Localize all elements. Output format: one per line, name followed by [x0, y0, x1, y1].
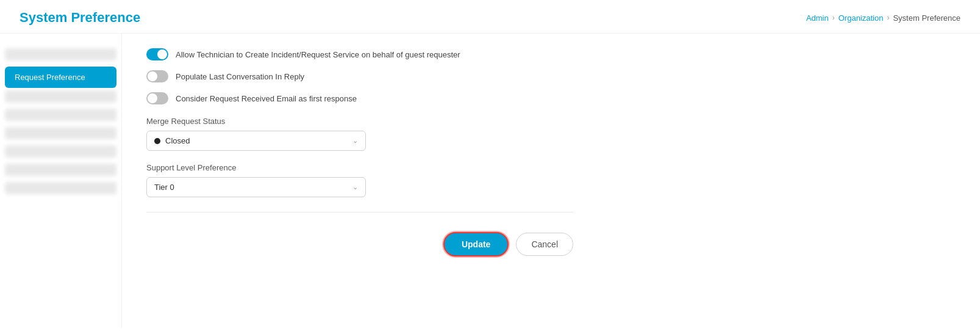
toggle-label-populate-last: Populate Last Conversation In Reply	[176, 72, 304, 81]
sidebar-item-blurred-3	[5, 109, 116, 121]
toggle-label-consider-request: Consider Request Received Email as first…	[176, 94, 357, 103]
toggle-row-populate-last: Populate Last Conversation In Reply	[146, 70, 573, 82]
breadcrumb-sep-2: ›	[887, 13, 889, 22]
sidebar-item-blurred-6	[5, 164, 116, 176]
sidebar-item-blurred-1	[5, 48, 116, 60]
support-level-select[interactable]: Tier 0 ⌄	[146, 177, 366, 197]
toggle-populate-last[interactable]	[146, 70, 168, 82]
sidebar-item-blurred-7	[5, 182, 116, 194]
toggle-consider-request[interactable]	[146, 92, 168, 104]
page-title: System Preference	[20, 10, 140, 26]
toggle-slider-allow-technician	[146, 48, 168, 60]
sidebar: Request Preference	[0, 34, 122, 328]
cancel-button[interactable]: Cancel	[516, 233, 573, 256]
toggle-row-consider-request: Consider Request Received Email as first…	[146, 92, 573, 104]
toggle-slider-populate-last	[146, 70, 168, 82]
merge-request-select[interactable]: Closed ⌄	[146, 131, 366, 151]
support-level-value: Tier 0	[154, 183, 174, 192]
section-divider	[146, 212, 573, 213]
toggle-row-allow-technician: Allow Technician to Create Incident/Requ…	[146, 48, 573, 60]
breadcrumb-current: System Preference	[893, 13, 960, 23]
support-level-select-left: Tier 0	[154, 183, 174, 192]
merge-request-select-left: Closed	[154, 136, 190, 145]
support-level-select-wrapper: Tier 0 ⌄	[146, 177, 366, 197]
sidebar-item-blurred-2	[5, 90, 116, 103]
merge-request-field-group: Merge Request Status Closed ⌄	[146, 117, 573, 151]
sidebar-item-request-preference[interactable]: Request Preference	[5, 67, 116, 88]
merge-request-status-dot	[154, 138, 160, 144]
breadcrumb-sep-1: ›	[832, 13, 835, 22]
action-row: Update Cancel	[146, 227, 573, 256]
chevron-down-icon: ⌄	[352, 137, 358, 145]
page-header: System Preference Admin › Organization ›…	[0, 0, 980, 34]
support-level-field-group: Support Level Preference Tier 0 ⌄	[146, 163, 573, 197]
breadcrumb-org[interactable]: Organization	[839, 13, 884, 23]
toggle-slider-consider-request	[146, 92, 168, 104]
support-level-label: Support Level Preference	[146, 163, 573, 172]
breadcrumb: Admin › Organization › System Preference	[806, 13, 960, 23]
main-content: Allow Technician to Create Incident/Requ…	[122, 34, 980, 328]
breadcrumb-admin[interactable]: Admin	[806, 13, 829, 23]
update-button[interactable]: Update	[443, 232, 509, 256]
merge-request-value: Closed	[165, 136, 190, 145]
merge-request-label: Merge Request Status	[146, 117, 573, 126]
settings-section: Allow Technician to Create Incident/Requ…	[146, 48, 573, 256]
toggle-label-allow-technician: Allow Technician to Create Incident/Requ…	[176, 50, 460, 59]
sidebar-item-blurred-4	[5, 127, 116, 139]
chevron-down-icon-2: ⌄	[352, 183, 358, 191]
merge-request-select-wrapper: Closed ⌄	[146, 131, 366, 151]
toggle-allow-technician[interactable]	[146, 48, 168, 60]
sidebar-item-blurred-5	[5, 145, 116, 158]
layout: Request Preference Allow Technician to C…	[0, 34, 980, 328]
